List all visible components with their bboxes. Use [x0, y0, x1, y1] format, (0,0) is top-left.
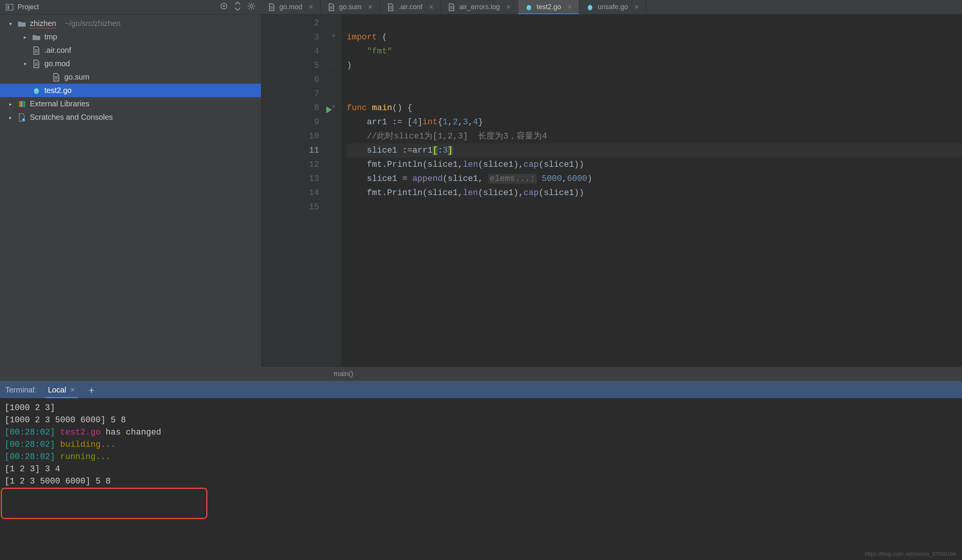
fold-marker[interactable]: [326, 85, 341, 99]
tree-item--air-conf[interactable]: .air.conf: [0, 44, 261, 57]
terminal-output[interactable]: [1000 2 3][1000 2 3 5000 6000] 5 8[00:28…: [0, 398, 962, 560]
editor-tab-air-errors-log[interactable]: air_errors.log✕: [441, 0, 518, 14]
add-terminal-button[interactable]: ＋: [86, 383, 96, 397]
svg-point-17: [530, 7, 530, 7]
code-line[interactable]: [347, 87, 962, 101]
tree-item-zhizhen[interactable]: ▾zhizhen~/go/src/zhizhen: [0, 17, 261, 30]
code-line[interactable]: func main() {: [347, 101, 962, 115]
code-line[interactable]: [347, 16, 962, 30]
line-number[interactable]: 5: [261, 59, 319, 73]
tree-item-go-mod[interactable]: ▾go.mod: [0, 57, 261, 70]
tree-label: go.mod: [44, 59, 70, 68]
line-number[interactable]: 6: [261, 73, 319, 87]
editor-tabs: go.mod✕go.sum✕.air.conf✕air_errors.log✕t…: [261, 0, 962, 14]
line-number[interactable]: 3: [261, 30, 319, 44]
gear-icon[interactable]: [247, 2, 256, 12]
close-icon[interactable]: ✕: [368, 3, 373, 11]
code-line[interactable]: "fmt": [347, 44, 962, 59]
fold-marker[interactable]: [326, 184, 341, 199]
line-number[interactable]: 4: [261, 44, 319, 59]
svg-point-18: [588, 5, 592, 10]
editor-tab-test2-go[interactable]: test2.go✕: [518, 0, 579, 14]
code-line[interactable]: [347, 200, 962, 214]
fold-gutter[interactable]: ⊟–⊟: [326, 15, 341, 366]
tree-item-tmp[interactable]: ▸tmp: [0, 30, 261, 44]
file-icon: [52, 73, 60, 81]
close-icon[interactable]: ✕: [308, 3, 313, 11]
code-line[interactable]: arr1 := [4]int{1,2,3,4}: [347, 115, 962, 129]
terminal-tab-local[interactable]: Local ✕: [45, 381, 78, 398]
fold-marker[interactable]: [326, 71, 341, 85]
code-line[interactable]: slice1 :=arr1[:3]: [347, 143, 962, 158]
terminal-tab-label: Local: [48, 386, 66, 394]
project-tool-label[interactable]: Project: [5, 3, 39, 11]
editor-tab-go-mod[interactable]: go.mod✕: [261, 0, 321, 14]
tab-label: go.mod: [279, 3, 302, 11]
line-number[interactable]: 13: [261, 172, 319, 186]
svg-line-9: [249, 3, 249, 4]
fold-marker[interactable]: [326, 170, 341, 184]
code-line[interactable]: [347, 73, 962, 87]
project-tree[interactable]: ▾zhizhen~/go/src/zhizhen▸tmp.air.conf▾go…: [0, 15, 261, 381]
project-tool-text: Project: [18, 3, 39, 11]
editor[interactable]: 23456789101112131415 ⊟–⊟ import ( "fmt")…: [261, 15, 962, 381]
svg-rect-28: [19, 101, 20, 107]
code-line[interactable]: ): [347, 59, 962, 73]
line-number[interactable]: 9: [261, 115, 319, 129]
tree-item-scratches-and-consoles[interactable]: ▸Scratches and Consoles: [0, 111, 261, 124]
line-number[interactable]: 7: [261, 87, 319, 101]
target-icon[interactable]: [220, 2, 228, 12]
terminal-line: [1000 2 3]: [5, 402, 957, 414]
close-icon[interactable]: ✕: [70, 386, 75, 394]
breadcrumb[interactable]: main(): [261, 366, 962, 381]
line-number[interactable]: 10: [261, 129, 319, 143]
tree-item-test2-go[interactable]: test2.go: [0, 84, 261, 97]
line-number[interactable]: 2: [261, 16, 319, 30]
close-icon[interactable]: ✕: [506, 3, 511, 11]
chevron-right-icon: ▸: [7, 101, 14, 107]
fold-marker[interactable]: –: [326, 57, 341, 71]
libs-icon: [18, 100, 26, 108]
file-icon: [387, 3, 395, 11]
line-number-gutter[interactable]: 23456789101112131415: [261, 15, 326, 366]
line-number[interactable]: 15: [261, 200, 319, 214]
tree-item-go-sum[interactable]: go.sum: [0, 70, 261, 84]
tree-item-external-libraries[interactable]: ▸External Libraries: [0, 97, 261, 111]
code-line[interactable]: fmt.Println(slice1,len(slice1),cap(slice…: [347, 186, 962, 200]
file-icon: [448, 3, 455, 11]
code-line[interactable]: //此时slice1为[1,2,3] 长度为3，容量为4: [347, 129, 962, 143]
project-icon: [5, 3, 14, 11]
fold-marker[interactable]: [326, 15, 341, 29]
close-icon[interactable]: ✕: [634, 3, 639, 11]
fold-marker[interactable]: ⊟: [326, 29, 341, 43]
svg-point-13: [527, 5, 531, 10]
fold-marker[interactable]: [326, 156, 341, 170]
code-line[interactable]: slice1 = append(slice1, elems...: 5000,6…: [347, 172, 962, 186]
line-number[interactable]: 8: [261, 101, 319, 115]
tab-label: test2.go: [536, 3, 561, 11]
line-number[interactable]: 14: [261, 186, 319, 200]
code-line[interactable]: fmt.Println(slice1,len(slice1),cap(slice…: [347, 158, 962, 172]
fold-marker[interactable]: [326, 128, 341, 142]
tree-label: .air.conf: [44, 46, 71, 55]
editor-tab-go-sum[interactable]: go.sum✕: [321, 0, 380, 14]
expand-icon[interactable]: [233, 2, 242, 12]
terminal-line: [1 2 3] 3 4: [5, 463, 957, 475]
line-number[interactable]: 11: [261, 143, 319, 158]
editor-tab-unsafe-go[interactable]: unsafe.go✕: [579, 0, 646, 14]
close-icon[interactable]: ✕: [567, 3, 572, 11]
editor-tab--air-conf[interactable]: .air.conf✕: [380, 0, 441, 14]
code-line[interactable]: import (: [347, 30, 962, 44]
svg-point-23: [34, 88, 39, 94]
fold-marker[interactable]: [326, 199, 341, 213]
top-toolbar: Project go.mod✕go.sum✕.air.conf✕air_erro…: [0, 0, 962, 15]
line-number[interactable]: 12: [261, 158, 319, 172]
close-icon[interactable]: ✕: [429, 3, 434, 11]
chevron-right-icon: ▸: [7, 114, 14, 120]
fold-marker[interactable]: [326, 142, 341, 156]
run-gutter-icon[interactable]: [326, 104, 332, 118]
fold-marker[interactable]: [326, 43, 341, 57]
tree-label: test2.go: [44, 86, 72, 95]
tab-label: .air.conf: [398, 3, 422, 11]
code-lines[interactable]: import ( "fmt")func main() { arr1 := [4]…: [341, 15, 962, 366]
